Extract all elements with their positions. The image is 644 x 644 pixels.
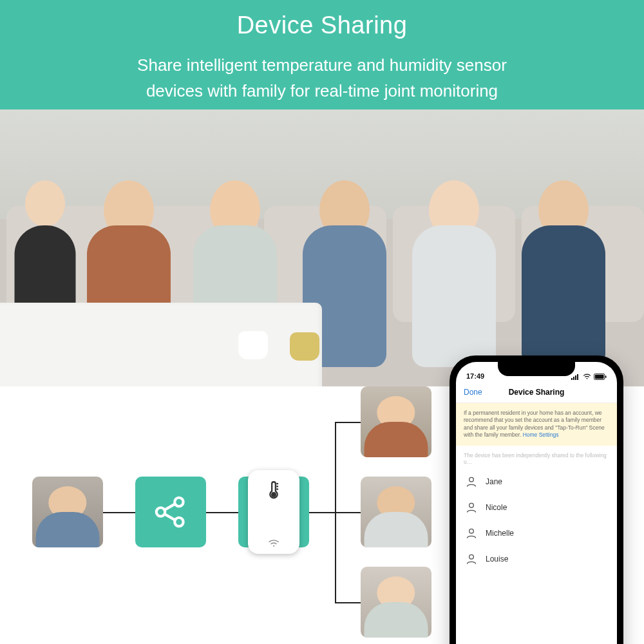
shared-user-row[interactable]: Nicole [456,495,617,520]
shared-user-row[interactable]: Michelle [456,520,617,546]
status-time: 17:49 [466,372,484,380]
svg-point-9 [273,545,274,547]
svg-line-3 [164,504,175,510]
svg-point-19 [469,503,474,507]
home-settings-link[interactable]: Home Settings [523,431,559,438]
diagram-member-avatar-2 [361,477,431,547]
diagram-member-avatar-3 [361,567,431,638]
svg-point-21 [469,554,474,559]
svg-line-4 [164,514,175,520]
svg-rect-16 [595,375,604,379]
person-icon [465,553,478,565]
diagram-member-avatar-1 [361,386,431,457]
shared-user-name: Jane [486,477,502,486]
wifi-status-icon [583,374,591,380]
shared-user-row[interactable]: Louise [456,546,617,572]
hero-title: Device Sharing [0,12,644,39]
svg-point-18 [469,477,474,482]
hero-subtitle-line1: Share intelligent temperature and humidi… [0,52,644,78]
phone-mock: 17:49 Done Device Sharing If a permanent… [450,355,623,644]
svg-rect-13 [577,374,578,380]
svg-rect-10 [571,378,573,380]
svg-point-14 [587,378,588,379]
shared-user-row[interactable]: Jane [456,469,617,495]
share-icon-tile [135,477,206,547]
shared-user-name: Nicole [486,503,507,512]
svg-rect-17 [605,375,607,378]
wifi-icon [268,540,279,547]
sensor-device [248,470,299,554]
notice-banner: If a permanent resident in your home has… [456,403,617,446]
person-icon [465,527,478,540]
svg-point-0 [156,507,165,516]
device-tile [238,477,309,547]
hero-banner: Device Sharing Share intelligent tempera… [0,0,644,109]
svg-point-2 [175,518,183,526]
svg-point-1 [175,498,183,506]
battery-icon [594,374,607,380]
shared-user-name: Michelle [486,529,514,538]
svg-point-5 [272,493,276,497]
svg-rect-11 [573,377,574,380]
family-photo [0,109,644,386]
screen-title: Device Sharing [509,388,565,397]
list-caption: The device has been independently shared… [456,446,617,469]
done-button[interactable]: Done [464,388,482,397]
hero-subtitle-line2: devices with family for real-time joint … [0,78,644,104]
signal-icon [571,374,580,380]
diagram-owner-avatar [32,477,103,547]
nav-bar: Done Device Sharing [456,381,617,403]
svg-point-20 [469,529,474,533]
phone-notch [498,362,575,376]
sharing-diagram [0,386,451,644]
person-icon [465,475,478,488]
person-icon [465,501,478,514]
shared-user-name: Louise [486,554,508,564]
thermometer-icon [263,479,285,501]
svg-rect-12 [575,375,576,380]
share-nodes-icon [151,492,191,532]
